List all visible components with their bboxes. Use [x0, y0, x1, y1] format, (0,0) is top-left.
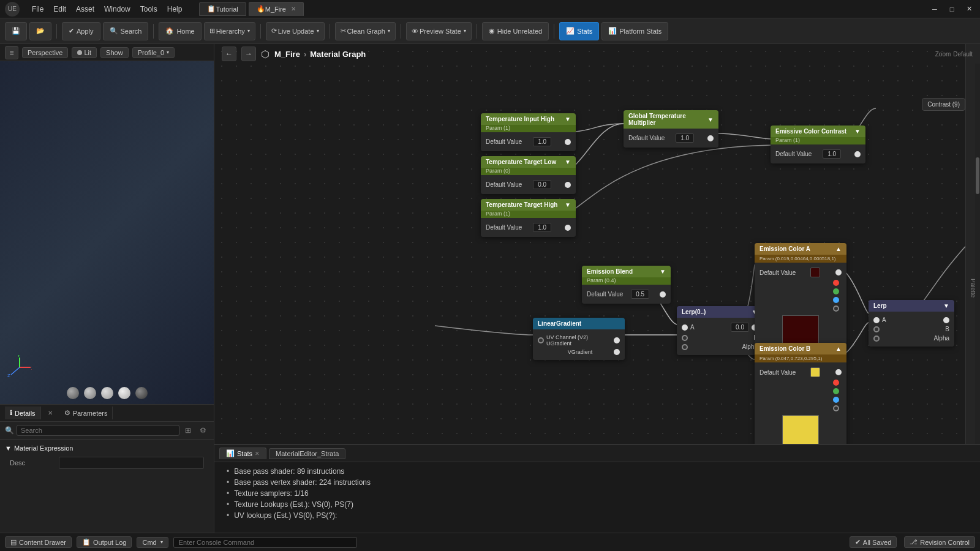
node-lerp-center[interactable]: Lerp(0..) ▼ A 0.0 B: [677, 306, 763, 355]
default-value-box-low[interactable]: 0.0: [533, 180, 551, 189]
output-port-emissive[interactable]: [854, 151, 861, 157]
g-port-eb[interactable]: [833, 388, 839, 394]
node-temp-target-high[interactable]: Temperature Target High ▼ Param (1) Defa…: [481, 199, 576, 237]
sphere-2[interactable]: [84, 387, 96, 399]
default-value-box-emissive[interactable]: 1.0: [823, 149, 841, 159]
menu-asset[interactable]: Asset: [71, 4, 99, 15]
tab-mfire[interactable]: 🔥 M_Fire ✕: [249, 2, 304, 16]
collapse-btn-high[interactable]: ▼: [565, 201, 571, 208]
collapse-btn-blend[interactable]: ▼: [660, 268, 666, 275]
revision-control-button[interactable]: ⎇ Revision Control: [904, 536, 975, 548]
menu-tools[interactable]: Tools: [135, 4, 162, 15]
input-port-lr-b[interactable]: [873, 326, 880, 332]
search-button[interactable]: 🔍 Search: [103, 22, 149, 40]
settings-button[interactable]: ⚙: [197, 424, 209, 437]
collapse-btn-ea[interactable]: ▲: [835, 246, 842, 252]
output-port-ea[interactable]: [835, 269, 842, 276]
win-close[interactable]: ✕: [963, 3, 975, 15]
input-port-lr-alpha[interactable]: [873, 335, 880, 342]
all-saved-button[interactable]: ✔ All Saved: [850, 536, 897, 548]
node-temp-target-low[interactable]: Temperature Target Low ▼ Param (0) Defau…: [481, 156, 576, 194]
input-port-b[interactable]: [682, 335, 688, 341]
b-port-eb[interactable]: [833, 397, 839, 403]
sphere-3[interactable]: [101, 387, 113, 399]
details-search-input[interactable]: [17, 425, 179, 436]
nav-forward-button[interactable]: →: [241, 47, 256, 61]
tab-material-editor[interactable]: MaterialEditor_Strata: [269, 448, 345, 459]
content-drawer-button[interactable]: ▤ Content Drawer: [5, 536, 72, 548]
cmd-dropdown[interactable]: Cmd ▾: [137, 537, 168, 548]
a-port-ea[interactable]: [833, 305, 839, 312]
menu-help[interactable]: Help: [162, 4, 187, 15]
perspective-button[interactable]: Perspective: [22, 47, 68, 58]
win-maximize[interactable]: □: [946, 3, 958, 15]
output-port-lr[interactable]: [943, 317, 949, 323]
tab-stats[interactable]: 📊 Stats ✕: [219, 448, 266, 459]
tab-mfire-close[interactable]: ✕: [291, 6, 296, 12]
hamburger-button[interactable]: ≡: [5, 46, 18, 59]
node-lerp-right[interactable]: Lerp ▼ A B Alpha: [869, 300, 954, 347]
output-port-vgradient[interactable]: [614, 349, 620, 355]
collapse-btn-low[interactable]: ▼: [565, 159, 571, 165]
section-title[interactable]: ▼ Material Expression: [5, 444, 209, 452]
source-control-button[interactable]: 📂: [29, 22, 51, 40]
viewport[interactable]: X Y Z: [0, 61, 214, 404]
platform-stats-button[interactable]: 📊 Platform Stats: [601, 22, 668, 40]
input-port-uv[interactable]: [538, 337, 544, 343]
sphere-5[interactable]: [135, 387, 148, 399]
output-port-low[interactable]: [565, 182, 571, 188]
output-port-eb[interactable]: [835, 369, 842, 375]
node-global-temp[interactable]: Global Temperature Multiplier ▼ Default …: [624, 110, 718, 148]
node-emission-blend[interactable]: Emission Blend ▼ Param (0.4) Default Val…: [582, 266, 671, 304]
r-port-eb[interactable]: [833, 380, 839, 386]
g-port-ea[interactable]: [833, 288, 839, 294]
show-button[interactable]: Show: [100, 47, 129, 58]
collapse-btn-global[interactable]: ▼: [707, 116, 714, 123]
output-log-button[interactable]: 📋 Output Log: [77, 536, 132, 548]
input-port-alpha[interactable]: [682, 344, 688, 350]
collapse-btn-eb[interactable]: ▲: [835, 345, 842, 352]
nav-back-button[interactable]: ←: [222, 47, 236, 61]
home-button[interactable]: 🏠 Home: [159, 22, 201, 40]
scrollbar-thumb[interactable]: [976, 157, 979, 194]
default-value-box[interactable]: 1.0: [533, 137, 551, 146]
save-button[interactable]: 💾: [5, 22, 27, 40]
clean-graph-dropdown[interactable]: ✂ Clean Graph ▾: [335, 22, 396, 40]
a-port-eb[interactable]: [833, 405, 839, 411]
console-input[interactable]: [173, 537, 357, 548]
default-value-box-global[interactable]: 1.0: [676, 133, 694, 143]
grid-view-button[interactable]: ⊞: [182, 424, 194, 437]
b-port-ea[interactable]: [833, 297, 839, 303]
tab-details[interactable]: ℹ Details: [5, 407, 41, 419]
stats-button[interactable]: 📈 Stats: [559, 22, 599, 40]
collapse-btn-emissive[interactable]: ▼: [854, 128, 861, 135]
tab-parameters[interactable]: ⚙ Parameters: [59, 407, 113, 419]
node-temp-input-high[interactable]: Temperature Input High ▼ Param (1) Defau…: [481, 113, 576, 151]
details-close[interactable]: ✕: [46, 409, 55, 418]
lit-button[interactable]: Lit: [72, 47, 97, 58]
node-emissive-contrast[interactable]: Emissive Color Contrast ▼ Param (1) Defa…: [771, 126, 865, 163]
default-value-box-blend[interactable]: 0.5: [631, 290, 649, 299]
emission-b-swatch[interactable]: [810, 367, 820, 377]
lerp-a-value[interactable]: 0.0: [731, 323, 749, 332]
detail-desc-input[interactable]: [59, 457, 204, 469]
stats-tab-close[interactable]: ✕: [255, 451, 260, 457]
collapse-btn-lr[interactable]: ▼: [943, 302, 949, 309]
output-port-high[interactable]: [565, 225, 571, 231]
collapse-btn[interactable]: ▼: [565, 116, 571, 122]
sphere-1[interactable]: [67, 387, 79, 399]
default-value-box-high[interactable]: 1.0: [533, 223, 551, 232]
preview-state-dropdown[interactable]: 👁 Preview State ▾: [406, 22, 472, 40]
output-port-global[interactable]: [707, 135, 714, 141]
sphere-4[interactable]: [118, 387, 130, 399]
profile-dropdown[interactable]: Profile_0 ▾: [132, 47, 175, 58]
win-minimize[interactable]: ─: [929, 3, 941, 15]
node-emission-color-a[interactable]: Emission Color A ▲ Param (0.019,0.00464,…: [755, 243, 846, 358]
hierarchy-dropdown[interactable]: ⊞ Hierarchy ▾: [204, 22, 255, 40]
menu-window[interactable]: Window: [99, 4, 135, 15]
apply-button[interactable]: ✔ Apply: [62, 22, 100, 40]
output-port-blend[interactable]: [660, 291, 666, 298]
r-port-ea[interactable]: [833, 280, 839, 286]
node-linear-gradient[interactable]: LinearGradient UV Channel (V2) UGradient…: [533, 318, 625, 360]
live-update-dropdown[interactable]: ⟳ Live Update ▾: [266, 22, 325, 40]
